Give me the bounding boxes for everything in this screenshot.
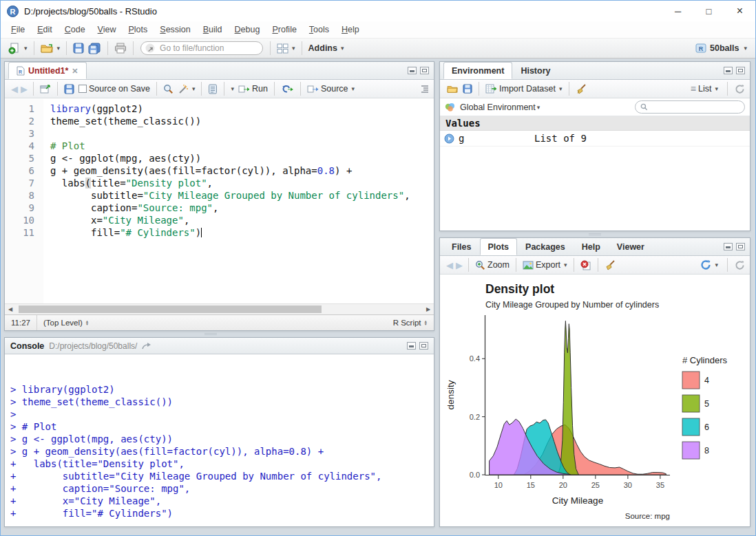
- menu-item[interactable]: Debug: [229, 23, 266, 36]
- environment-tab[interactable]: Environment: [443, 62, 512, 79]
- plots-pane-tab[interactable]: Files: [443, 238, 480, 255]
- scroll-thumb[interactable]: [19, 305, 322, 313]
- run-options-caret-icon[interactable]: ▾: [231, 85, 234, 92]
- toolbar-separator: [468, 258, 469, 272]
- new-file-button[interactable]: ▾: [6, 41, 30, 56]
- menu-item[interactable]: Session: [154, 23, 196, 36]
- title-bar: R D:/projects/blog/50balls - RStudio ─ □…: [1, 1, 755, 21]
- menu-item[interactable]: Code: [59, 23, 92, 36]
- scope-selector[interactable]: (Top Level) ▲▼: [37, 319, 95, 327]
- splitter-grip[interactable]: [589, 233, 601, 235]
- editor-hscrollbar[interactable]: ◀ ▶: [5, 303, 434, 314]
- tab-close-icon[interactable]: ✕: [72, 63, 78, 79]
- close-button[interactable]: ×: [724, 1, 755, 21]
- load-workspace-button[interactable]: [445, 83, 461, 95]
- object-value: List of 9: [534, 131, 587, 147]
- pane-maximize-button[interactable]: [420, 67, 429, 74]
- zoom-plot-button[interactable]: Zoom: [473, 259, 512, 272]
- pane-minimize-button[interactable]: [724, 243, 733, 250]
- scroll-right-icon[interactable]: ▶: [423, 306, 434, 312]
- workspace-panes-button[interactable]: ▾: [275, 42, 297, 55]
- console-line: > library(ggplot2): [10, 383, 428, 396]
- menu-item[interactable]: View: [92, 23, 123, 36]
- remove-plot-button[interactable]: [578, 259, 594, 272]
- object-name: g: [459, 131, 525, 147]
- console-title[interactable]: Console: [10, 341, 44, 351]
- code-tools-button[interactable]: ▾: [176, 83, 198, 96]
- print-button[interactable]: [112, 41, 129, 55]
- environment-scope-label[interactable]: Global Environment: [460, 103, 536, 112]
- plots-toolbar: ◀ ▶ Zoom Export ▾: [440, 256, 750, 275]
- addins-button[interactable]: Addins ▾: [306, 42, 346, 54]
- back-icon[interactable]: ◀: [10, 84, 19, 94]
- pane-minimize-button[interactable]: [724, 67, 733, 74]
- menu-item[interactable]: Edit: [31, 23, 59, 36]
- minimize-button[interactable]: ─: [662, 1, 693, 21]
- clear-environment-button[interactable]: [574, 83, 589, 96]
- menu-item[interactable]: File: [5, 23, 31, 36]
- save-button[interactable]: [71, 41, 86, 55]
- plots-pane-tab[interactable]: Plots: [480, 238, 518, 255]
- rerun-button[interactable]: [279, 83, 296, 95]
- source-file-button[interactable]: Source ▾: [305, 83, 357, 95]
- checkbox-icon[interactable]: [78, 85, 87, 93]
- plot-canvas: Density plotCity Mileage Grouped by Numb…: [440, 275, 750, 526]
- compile-notebook-button[interactable]: [206, 83, 220, 96]
- scroll-left-icon[interactable]: ◀: [5, 306, 16, 312]
- plots-pane-tab[interactable]: Help: [574, 238, 609, 255]
- pane-minimize-button[interactable]: [408, 67, 417, 74]
- editor-code-lines[interactable]: library(ggplot2)theme_set(theme_classic(…: [43, 99, 410, 303]
- toolbar-separator: [270, 41, 271, 55]
- toolbar-separator: [133, 41, 134, 55]
- import-dataset-button[interactable]: Import Dataset ▾: [483, 83, 565, 95]
- next-plot-icon[interactable]: ▶: [454, 260, 464, 270]
- refresh-icon[interactable]: [735, 84, 745, 94]
- previous-plot-icon[interactable]: ◀: [445, 260, 454, 270]
- clear-plots-button[interactable]: [602, 259, 618, 272]
- pane-maximize-button[interactable]: [419, 342, 428, 350]
- plots-pane-tab[interactable]: Viewer: [609, 238, 653, 255]
- pane-maximize-button[interactable]: [736, 243, 745, 250]
- editor-save-button[interactable]: [62, 83, 76, 96]
- save-all-button[interactable]: [86, 41, 103, 56]
- pane-maximize-button[interactable]: [736, 67, 745, 74]
- find-button[interactable]: [161, 83, 176, 96]
- menu-item[interactable]: Help: [335, 23, 366, 36]
- source-pane: R Untitled1* ✕ ◀ ▶: [4, 61, 434, 331]
- publish-caret-icon: ▾: [715, 261, 718, 268]
- goto-directory-icon[interactable]: [142, 342, 151, 350]
- refresh-icon[interactable]: [735, 260, 745, 270]
- menu-item[interactable]: Plots: [122, 23, 154, 36]
- source-toolbar: ◀ ▶ Source on Save: [5, 80, 434, 98]
- environment-object-row[interactable]: g List of 9: [440, 131, 750, 147]
- plots-pane-tab[interactable]: Packages: [517, 238, 574, 255]
- environment-search-box[interactable]: [635, 100, 745, 114]
- document-outline-icon[interactable]: [419, 85, 429, 93]
- publish-button[interactable]: ▾: [698, 258, 720, 272]
- list-view-button[interactable]: ≡ List ▾: [689, 82, 720, 96]
- save-workspace-button[interactable]: [461, 83, 474, 95]
- code-editor[interactable]: 1234567891011 library(ggplot2)theme_set(…: [5, 99, 434, 303]
- tab-untitled1[interactable]: R Untitled1* ✕: [8, 62, 87, 79]
- run-button[interactable]: Run: [236, 83, 270, 95]
- console-output[interactable]: > library(ggplot2)> theme_set(theme_clas…: [5, 354, 434, 536]
- source-on-save-checkbox[interactable]: Source on Save: [76, 83, 152, 95]
- environment-tab[interactable]: History: [512, 62, 558, 79]
- open-file-button[interactable]: ▾: [39, 41, 63, 55]
- export-plot-button[interactable]: Export ▾: [521, 259, 569, 271]
- maximize-button[interactable]: □: [693, 1, 724, 21]
- menu-item[interactable]: Build: [197, 23, 229, 36]
- console-header: Console D:/projects/blog/50balls/: [5, 338, 434, 354]
- menu-item[interactable]: Tools: [303, 23, 335, 36]
- toolbar-separator: [569, 82, 569, 96]
- pane-minimize-button[interactable]: [407, 342, 416, 350]
- splitter-grip[interactable]: [204, 333, 217, 335]
- filetype-selector[interactable]: R Script ▲▼: [387, 319, 434, 327]
- goto-file-input[interactable]: [140, 41, 263, 55]
- plots-pane: FilesPlotsPackagesHelpViewer ◀ ▶ Zoom: [439, 237, 750, 527]
- forward-icon[interactable]: ▶: [19, 84, 29, 94]
- menu-item[interactable]: Profile: [266, 23, 302, 36]
- expand-object-icon[interactable]: [444, 133, 454, 144]
- popout-button[interactable]: [38, 83, 53, 95]
- project-menu-button[interactable]: R 50balls ▾: [693, 41, 750, 55]
